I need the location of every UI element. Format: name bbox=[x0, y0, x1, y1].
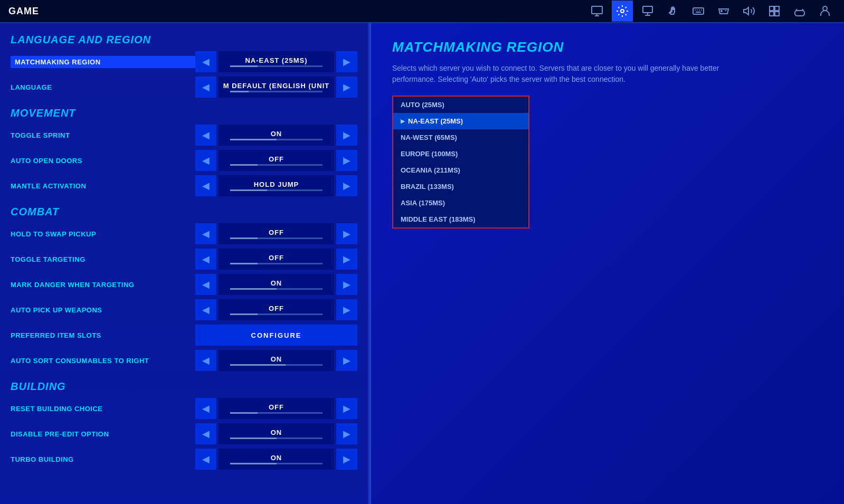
value-text-mark-danger-targeting: ON bbox=[271, 279, 282, 287]
setting-label-mantle-activation: MANTLE ACTIVATION bbox=[11, 182, 195, 190]
configure-button-preferred-item-slots[interactable]: CONFIGURE bbox=[195, 325, 357, 346]
right-arrow-hold-to-swap-pickup[interactable]: ▶ bbox=[336, 223, 357, 244]
left-arrow-mark-danger-targeting[interactable]: ◀ bbox=[195, 274, 216, 295]
setting-row-matchmaking-region: MATCHMAKING REGION◀NA-EAST (25MS)▶ bbox=[11, 50, 357, 73]
right-arrow-turbo-building[interactable]: ▶ bbox=[336, 449, 357, 470]
right-arrow-language[interactable]: ▶ bbox=[336, 77, 357, 98]
right-arrow-auto-pick-up-weapons[interactable]: ▶ bbox=[336, 299, 357, 320]
setting-control-preferred-item-slots: CONFIGURE bbox=[195, 325, 357, 346]
setting-control-turbo-building: ◀ON▶ bbox=[195, 449, 357, 470]
value-box-mantle-activation: HOLD JUMP bbox=[219, 175, 334, 196]
setting-row-language: LANGUAGE◀M DEFAULT (ENGLISH (UNIT▶ bbox=[11, 75, 357, 99]
setting-row-hold-to-swap-pickup: HOLD TO SWAP PICKUP◀OFF▶ bbox=[11, 222, 357, 245]
setting-label-reset-building-choice: RESET BUILDING CHOICE bbox=[11, 405, 195, 413]
section-header-building: BUILDING bbox=[11, 381, 357, 393]
controller2-nav-icon[interactable] bbox=[789, 1, 810, 22]
setting-label-auto-open-doors: AUTO OPEN DOORS bbox=[11, 157, 195, 165]
region-option-na-east[interactable]: ▶NA-EAST (25MS) bbox=[393, 113, 528, 129]
left-arrow-disable-pre-edit[interactable]: ◀ bbox=[195, 423, 216, 444]
svg-rect-0 bbox=[592, 6, 602, 14]
setting-control-matchmaking-region: ◀NA-EAST (25MS)▶ bbox=[195, 51, 357, 72]
app-title: GAME bbox=[8, 6, 39, 17]
setting-control-toggle-sprint: ◀ON▶ bbox=[195, 125, 357, 146]
region-option-middle-east[interactable]: MIDDLE EAST (183MS) bbox=[393, 211, 528, 227]
svg-point-16 bbox=[823, 6, 827, 11]
value-box-reset-building-choice: OFF bbox=[219, 398, 334, 419]
right-arrow-toggle-targeting[interactable]: ▶ bbox=[336, 249, 357, 270]
value-text-toggle-sprint: ON bbox=[271, 130, 282, 138]
user-nav-icon[interactable] bbox=[814, 1, 836, 22]
region-panel-title: MATCHMAKING REGION bbox=[392, 39, 823, 55]
svg-rect-15 bbox=[775, 12, 779, 16]
right-arrow-auto-open-doors[interactable]: ▶ bbox=[336, 150, 357, 171]
value-box-toggle-sprint: ON bbox=[219, 125, 334, 146]
region-label-oceania: OCEANIA (211MS) bbox=[401, 166, 460, 174]
value-text-reset-building-choice: OFF bbox=[269, 403, 284, 411]
left-arrow-hold-to-swap-pickup[interactable]: ◀ bbox=[195, 223, 216, 244]
setting-control-auto-open-doors: ◀OFF▶ bbox=[195, 150, 357, 171]
region-option-europe[interactable]: EUROPE (100MS) bbox=[393, 146, 528, 162]
region-option-na-west[interactable]: NA-WEST (65MS) bbox=[393, 129, 528, 146]
setting-label-toggle-sprint: TOGGLE SPRINT bbox=[11, 131, 195, 139]
left-arrow-toggle-sprint[interactable]: ◀ bbox=[195, 125, 216, 146]
setting-row-toggle-sprint: TOGGLE SPRINT◀ON▶ bbox=[11, 123, 357, 147]
region-label-brazil: BRAZIL (133MS) bbox=[401, 183, 454, 191]
value-box-toggle-targeting: OFF bbox=[219, 249, 334, 270]
right-arrow-disable-pre-edit[interactable]: ▶ bbox=[336, 423, 357, 444]
right-arrow-reset-building-choice[interactable]: ▶ bbox=[336, 398, 357, 419]
left-arrow-turbo-building[interactable]: ◀ bbox=[195, 449, 216, 470]
display-nav-icon[interactable] bbox=[637, 1, 658, 22]
setting-control-auto-pick-up-weapons: ◀OFF▶ bbox=[195, 299, 357, 320]
value-text-hold-to-swap-pickup: OFF bbox=[269, 229, 284, 236]
left-arrow-language[interactable]: ◀ bbox=[195, 77, 216, 98]
value-box-mark-danger-targeting: ON bbox=[219, 274, 334, 295]
value-box-auto-sort-consumables: ON bbox=[219, 350, 334, 371]
setting-label-turbo-building: TURBO BUILDING bbox=[11, 455, 195, 463]
right-arrow-matchmaking-region[interactable]: ▶ bbox=[336, 51, 357, 72]
gesture-nav-icon[interactable] bbox=[662, 1, 684, 22]
setting-row-auto-pick-up-weapons: AUTO PICK UP WEAPONS◀OFF▶ bbox=[11, 298, 357, 321]
ui-nav-icon[interactable] bbox=[764, 1, 785, 22]
setting-control-auto-sort-consumables: ◀ON▶ bbox=[195, 350, 357, 371]
left-arrow-auto-pick-up-weapons[interactable]: ◀ bbox=[195, 299, 216, 320]
region-label-na-west: NA-WEST (65MS) bbox=[401, 134, 457, 141]
setting-label-auto-pick-up-weapons: AUTO PICK UP WEAPONS bbox=[11, 306, 195, 314]
right-arrow-toggle-sprint[interactable]: ▶ bbox=[336, 125, 357, 146]
value-text-auto-pick-up-weapons: OFF bbox=[269, 305, 284, 312]
value-box-disable-pre-edit: ON bbox=[219, 423, 334, 444]
left-arrow-toggle-targeting[interactable]: ◀ bbox=[195, 249, 216, 270]
setting-control-toggle-targeting: ◀OFF▶ bbox=[195, 249, 357, 270]
setting-label-toggle-targeting: TOGGLE TARGETING bbox=[11, 255, 195, 263]
setting-label-hold-to-swap-pickup: HOLD TO SWAP PICKUP bbox=[11, 230, 195, 238]
section-header-combat: COMBAT bbox=[11, 206, 357, 218]
right-arrow-mantle-activation[interactable]: ▶ bbox=[336, 175, 357, 196]
region-option-auto[interactable]: AUTO (25MS) bbox=[393, 97, 528, 113]
region-option-oceania[interactable]: OCEANIA (211MS) bbox=[393, 162, 528, 178]
setting-row-auto-sort-consumables: AUTO SORT CONSUMABLES TO RIGHT◀ON▶ bbox=[11, 349, 357, 372]
left-arrow-auto-open-doors[interactable]: ◀ bbox=[195, 150, 216, 171]
gear-nav-icon[interactable] bbox=[612, 1, 633, 22]
region-option-asia[interactable]: ASIA (175MS) bbox=[393, 195, 528, 211]
left-arrow-auto-sort-consumables[interactable]: ◀ bbox=[195, 350, 216, 371]
svg-rect-4 bbox=[643, 6, 652, 13]
left-arrow-mantle-activation[interactable]: ◀ bbox=[195, 175, 216, 196]
right-arrow-mark-danger-targeting[interactable]: ▶ bbox=[336, 274, 357, 295]
setting-label-auto-sort-consumables: AUTO SORT CONSUMABLES TO RIGHT bbox=[11, 357, 195, 365]
left-panel: LANGUAGE AND REGIONMATCHMAKING REGION◀NA… bbox=[0, 23, 369, 504]
monitor-nav-icon[interactable] bbox=[586, 1, 608, 22]
region-dropdown: AUTO (25MS)▶NA-EAST (25MS)NA-WEST (65MS)… bbox=[392, 96, 529, 229]
setting-label-matchmaking-region: MATCHMAKING REGION bbox=[11, 56, 195, 68]
gamepad-nav-icon[interactable] bbox=[713, 1, 734, 22]
selected-region-marker: ▶ bbox=[401, 118, 405, 124]
left-arrow-reset-building-choice[interactable]: ◀ bbox=[195, 398, 216, 419]
main-container: LANGUAGE AND REGIONMATCHMAKING REGION◀NA… bbox=[0, 23, 844, 504]
setting-row-disable-pre-edit: DISABLE PRE-EDIT OPTION◀ON▶ bbox=[11, 422, 357, 445]
keyboard-nav-icon[interactable] bbox=[688, 1, 709, 22]
value-box-matchmaking-region: NA-EAST (25MS) bbox=[219, 51, 334, 72]
right-arrow-auto-sort-consumables[interactable]: ▶ bbox=[336, 350, 357, 371]
left-arrow-matchmaking-region[interactable]: ◀ bbox=[195, 51, 216, 72]
top-bar: GAME bbox=[0, 0, 844, 23]
setting-control-mantle-activation: ◀HOLD JUMP▶ bbox=[195, 175, 357, 196]
speaker-nav-icon[interactable] bbox=[738, 1, 760, 22]
region-option-brazil[interactable]: BRAZIL (133MS) bbox=[393, 178, 528, 195]
